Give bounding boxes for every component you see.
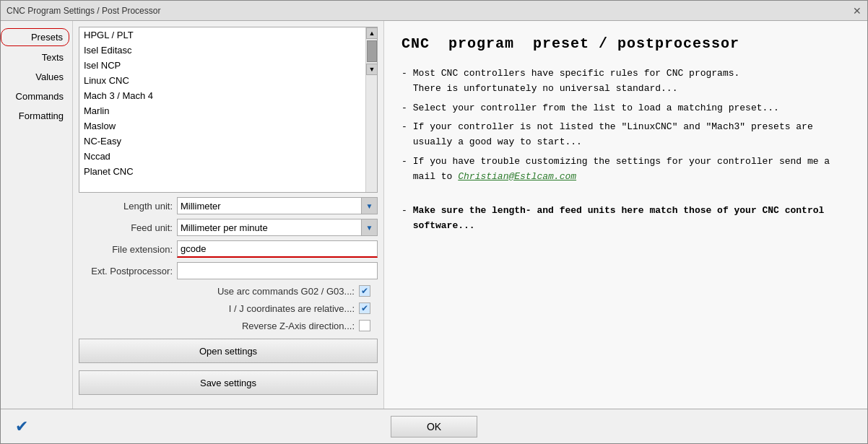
info-title: CNC program preset / postprocessor	[402, 35, 850, 52]
save-settings-row: Save settings	[79, 370, 378, 395]
reverse-z-label: Reverse Z-Axis direction...:	[242, 321, 355, 331]
settings-area: HPGL / PLT Isel Editasc Isel NCP Linux C…	[73, 21, 383, 409]
info-text-4: If you have trouble customizing the sett…	[413, 154, 850, 185]
ext-post-row: Ext. Postprocessor:	[79, 262, 378, 279]
feed-unit-select: Millimeter per minute ▼	[177, 219, 378, 236]
list-item[interactable]: NC-Easy	[79, 134, 377, 149]
ok-button[interactable]: OK	[391, 416, 477, 438]
email-link[interactable]: Christian@Estlcam.com	[458, 171, 576, 182]
content-area: Presets Texts Values Commands Formatting…	[1, 21, 867, 409]
info-body: - Most CNC controllers have specific rul…	[402, 66, 850, 234]
list-item[interactable]: Isel NCP	[79, 58, 377, 73]
info-text-1: Most CNC controllers have specific rules…	[413, 66, 739, 97]
feed-unit-label: Feed unit:	[79, 222, 173, 233]
info-bullet-3: - If your controller is not listed the "…	[402, 120, 850, 150]
sidebar-item-commands[interactable]: Commands	[1, 88, 69, 105]
arc-commands-row: Use arc commands G02 / G03...: ✔	[79, 285, 378, 297]
list-item[interactable]: Nccad	[79, 149, 377, 164]
ij-coords-checkbox[interactable]: ✔	[359, 302, 370, 314]
bullet-dash: -	[402, 101, 407, 116]
info-bullet-note: - Make sure the length- and feed units h…	[402, 204, 850, 234]
preset-list-container[interactable]: HPGL / PLT Isel Editasc Isel NCP Linux C…	[79, 27, 378, 193]
list-item[interactable]: Mach 3 / Mach 4	[79, 88, 377, 103]
main-window: CNC Program Settings / Post Processor ✕ …	[0, 0, 868, 444]
scrollbar-track: ▲ ▼	[365, 27, 377, 192]
arc-commands-checkbox[interactable]: ✔	[359, 285, 370, 297]
window-title: CNC Program Settings / Post Processor	[6, 6, 160, 16]
title-bar: CNC Program Settings / Post Processor ✕	[1, 1, 867, 21]
reverse-z-row: Reverse Z-Axis direction...:	[79, 320, 378, 331]
ext-post-label: Ext. Postprocessor:	[79, 266, 173, 277]
bullet-dash: -	[402, 154, 407, 185]
bottom-bar: ✔ OK	[1, 409, 867, 443]
list-item[interactable]: Marlin	[79, 103, 377, 118]
sidebar: Presets Texts Values Commands Formatting	[1, 21, 73, 409]
length-unit-dropdown-btn[interactable]: ▼	[362, 197, 378, 214]
ext-post-input[interactable]	[177, 262, 378, 279]
length-unit-row: Length unit: Millimeter ▼	[79, 197, 378, 214]
save-settings-button[interactable]: Save settings	[79, 370, 378, 395]
info-note-text: Make sure the length- and feed units her…	[413, 204, 850, 234]
ij-coords-label: I / J coordinates are relative...:	[229, 303, 355, 314]
scrollbar-thumb[interactable]	[367, 40, 377, 62]
list-item[interactable]: Linux CNC	[79, 73, 377, 88]
ij-coords-row: I / J coordinates are relative...: ✔	[79, 302, 378, 314]
length-unit-label: Length unit:	[79, 201, 173, 212]
length-unit-value[interactable]: Millimeter	[177, 197, 362, 214]
open-settings-button[interactable]: Open settings	[79, 339, 378, 363]
file-ext-row: File extension:	[79, 240, 378, 258]
list-item[interactable]: Planet CNC	[79, 164, 377, 179]
main-panel: HPGL / PLT Isel Editasc Isel NCP Linux C…	[73, 21, 867, 409]
bullet-dash: -	[402, 66, 407, 97]
info-bullet-1: - Most CNC controllers have specific rul…	[402, 66, 850, 97]
checkmark-icon: ✔	[15, 417, 28, 436]
info-bullet-2: - Select your controller from the list t…	[402, 101, 850, 116]
list-item[interactable]: Isel Editasc	[79, 43, 377, 58]
info-area: CNC program preset / postprocessor - Mos…	[383, 21, 867, 409]
feed-unit-dropdown-btn[interactable]: ▼	[362, 219, 378, 236]
close-button[interactable]: ✕	[853, 5, 862, 17]
bullet-dash: -	[402, 120, 407, 150]
sidebar-item-formatting[interactable]: Formatting	[1, 108, 69, 124]
feed-unit-value[interactable]: Millimeter per minute	[177, 219, 362, 236]
open-settings-row: Open settings	[79, 339, 378, 363]
scrollbar-down-button[interactable]: ▼	[366, 64, 378, 75]
feed-unit-row: Feed unit: Millimeter per minute ▼	[79, 219, 378, 236]
sidebar-item-values[interactable]: Values	[1, 69, 69, 85]
file-ext-input[interactable]	[177, 240, 378, 258]
info-text-3: If your controller is not listed the "Li…	[413, 120, 850, 150]
bullet-dash: -	[402, 204, 407, 234]
info-text-2: Select your controller from the list to …	[413, 101, 779, 116]
sidebar-item-presets[interactable]: Presets	[1, 28, 69, 46]
scrollbar-up-button[interactable]: ▲	[366, 27, 378, 39]
reverse-z-checkbox[interactable]	[359, 320, 370, 331]
list-item[interactable]: Maslow	[79, 118, 377, 134]
length-unit-select: Millimeter ▼	[177, 197, 378, 214]
info-bullet-4: - If you have trouble customizing the se…	[402, 154, 850, 185]
sidebar-item-texts[interactable]: Texts	[1, 49, 69, 66]
file-ext-label: File extension:	[79, 244, 173, 255]
list-item[interactable]: HPGL / PLT	[79, 27, 377, 43]
arc-commands-label: Use arc commands G02 / G03...:	[217, 286, 355, 297]
preset-list: HPGL / PLT Isel Editasc Isel NCP Linux C…	[79, 27, 377, 179]
